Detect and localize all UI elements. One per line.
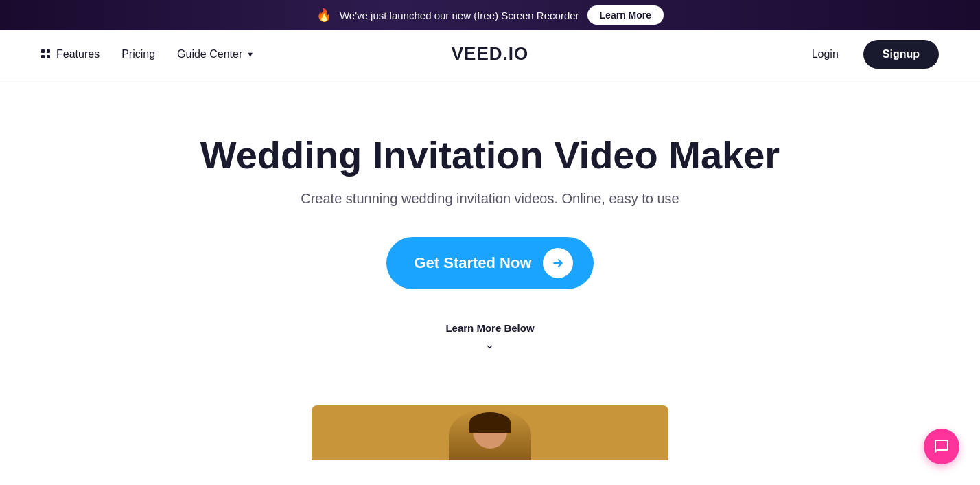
hero-section: Wedding Invitation Video Maker Create st… xyxy=(0,78,980,405)
guide-center-link[interactable]: Guide Center ▼ xyxy=(177,48,254,60)
banner-text: We've just launched our new (free) Scree… xyxy=(340,10,579,21)
features-link[interactable]: Features xyxy=(41,48,100,60)
video-preview-section xyxy=(0,405,980,460)
chevron-down-icon: ▼ xyxy=(246,50,254,58)
fire-icon: 🔥 xyxy=(316,8,331,23)
pricing-link[interactable]: Pricing xyxy=(121,48,155,60)
get-started-button[interactable]: Get Started Now xyxy=(386,237,593,289)
features-label: Features xyxy=(56,48,100,60)
pricing-label: Pricing xyxy=(121,48,155,60)
announcement-banner: 🔥 We've just launched our new (free) Scr… xyxy=(0,0,980,30)
video-thumbnail xyxy=(312,405,668,460)
hero-title: Wedding Invitation Video Maker xyxy=(200,133,780,177)
arrow-circle-icon xyxy=(543,248,573,278)
learn-more-below-text: Learn More Below xyxy=(445,322,534,334)
learn-more-below-section[interactable]: Learn More Below ⌄ xyxy=(445,322,534,350)
person-hair xyxy=(469,412,511,433)
guide-center-label: Guide Center xyxy=(177,48,242,60)
video-person xyxy=(449,409,531,460)
nav-left: Features Pricing Guide Center ▼ xyxy=(41,48,254,60)
login-button[interactable]: Login xyxy=(801,43,850,66)
chat-icon xyxy=(933,438,950,455)
hero-subtitle: Create stunning wedding invitation video… xyxy=(301,191,679,207)
chevron-down-icon: ⌄ xyxy=(485,338,495,350)
get-started-label: Get Started Now xyxy=(414,254,531,272)
learn-more-button[interactable]: Learn More xyxy=(587,5,664,25)
navbar: Features Pricing Guide Center ▼ VEED.IO … xyxy=(0,30,980,78)
site-logo[interactable]: VEED.IO xyxy=(452,43,528,65)
nav-right: Login Signup xyxy=(801,40,939,69)
chat-widget[interactable] xyxy=(924,429,959,460)
features-grid-icon xyxy=(41,49,51,59)
signup-button[interactable]: Signup xyxy=(863,40,939,69)
